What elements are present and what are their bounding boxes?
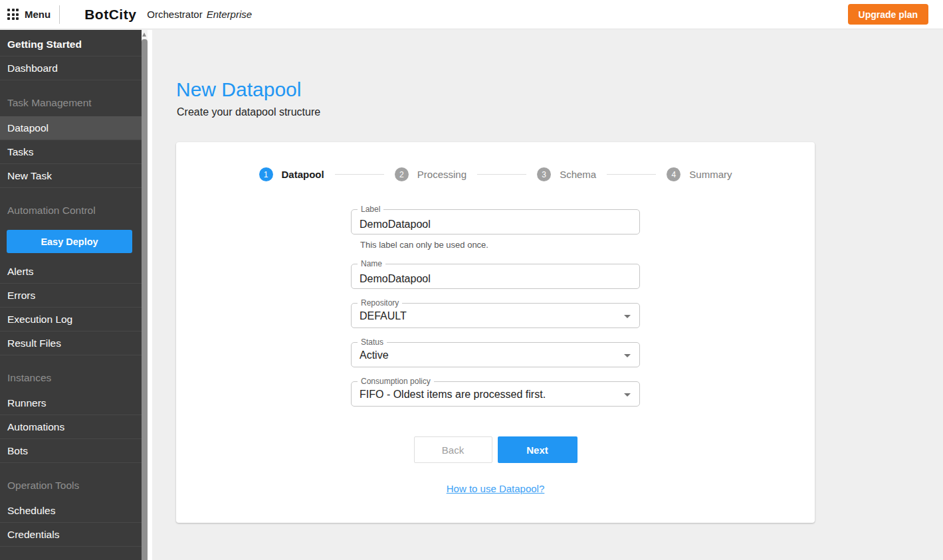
- stepper-connector: [335, 174, 384, 175]
- dropdown-arrow-icon: [624, 315, 631, 318]
- name-field: Name: [351, 264, 640, 289]
- step-number-badge: 1: [259, 167, 273, 181]
- next-button[interactable]: Next: [498, 436, 577, 463]
- sidebar-section-automation-control: Automation Control: [0, 188, 142, 224]
- sidebar: Getting Started Dashboard Task Managemen…: [0, 30, 152, 560]
- dropdown-arrow-icon: [624, 393, 631, 397]
- sidebar-item-getting-started[interactable]: Getting Started: [0, 33, 142, 56]
- label-input[interactable]: [352, 210, 639, 234]
- sidebar-section-task-management: Task Management: [0, 80, 142, 116]
- sidebar-section-instances: Instances: [0, 355, 142, 391]
- menu-label: Menu: [25, 9, 51, 20]
- scrollbar-thumb[interactable]: [142, 39, 148, 560]
- apps-grid-icon: [7, 9, 19, 20]
- sidebar-nav: Getting Started Dashboard Task Managemen…: [0, 30, 142, 560]
- sidebar-item-datapool[interactable]: Datapool: [0, 116, 142, 140]
- status-select[interactable]: Status Active: [351, 342, 640, 367]
- label-field-label: Label: [358, 205, 383, 214]
- step-label: Summary: [689, 169, 732, 180]
- sidebar-item-automations[interactable]: Automations: [0, 415, 142, 439]
- label-field: Label: [351, 209, 640, 234]
- main-content: New Datapool Create your datapool struct…: [152, 30, 943, 560]
- wizard-stepper: 1 Datapool 2 Processing 3 Schema 4 Summa…: [259, 167, 732, 181]
- sidebar-item-runners[interactable]: Runners: [0, 391, 142, 415]
- sidebar-item-new-task[interactable]: New Task: [0, 164, 142, 188]
- step-number-badge: 3: [537, 167, 551, 181]
- page-subtitle: Create your datapool structure: [177, 106, 943, 118]
- sidebar-item-dashboard[interactable]: Dashboard: [0, 56, 142, 80]
- status-field-label: Status: [358, 337, 387, 347]
- how-to-use-datapool-link[interactable]: How to use Datapool?: [447, 483, 545, 494]
- sidebar-section-operation-tools: Operation Tools: [0, 463, 142, 499]
- scrollbar-up-icon[interactable]: [142, 33, 146, 37]
- sidebar-item-result-files[interactable]: Result Files: [0, 331, 142, 355]
- stepper-connector: [607, 174, 656, 175]
- header-divider: [59, 5, 60, 24]
- easy-deploy-button[interactable]: Easy Deploy: [7, 230, 132, 253]
- wizard-buttons: Back Next: [176, 436, 815, 463]
- stepper-connector: [477, 174, 526, 175]
- datapool-form: Label This label can only be used once. …: [351, 209, 640, 407]
- name-field-label: Name: [358, 259, 385, 268]
- page-title: New Datapool: [176, 78, 943, 101]
- product-name: Orchestrator: [147, 9, 202, 20]
- label-helper-text: This label can only be used once.: [360, 240, 640, 250]
- back-button[interactable]: Back: [414, 436, 492, 463]
- dropdown-arrow-icon: [624, 354, 631, 357]
- menu-button[interactable]: Menu: [7, 9, 51, 20]
- consumption-policy-field-label: Consumption policy: [358, 377, 434, 386]
- sidebar-scrollbar[interactable]: [142, 30, 148, 560]
- step-number-badge: 4: [667, 167, 681, 181]
- stepper-step-datapool[interactable]: 1 Datapool: [259, 167, 324, 181]
- edition-label: Enterprise: [207, 9, 252, 20]
- step-number-badge: 2: [395, 167, 409, 181]
- consumption-policy-select[interactable]: Consumption policy FIFO - Oldest items a…: [351, 381, 640, 407]
- sidebar-item-schedules[interactable]: Schedules: [0, 499, 142, 523]
- sidebar-item-alerts[interactable]: Alerts: [0, 260, 142, 284]
- stepper-step-processing[interactable]: 2 Processing: [395, 167, 467, 181]
- easy-deploy-wrap: Easy Deploy: [0, 224, 142, 260]
- help-row: How to use Datapool?: [176, 483, 815, 495]
- top-header: Menu BotCity Orchestrator Enterprise Upg…: [0, 0, 943, 29]
- status-value: Active: [352, 343, 639, 361]
- botcity-logo[interactable]: BotCity: [84, 7, 136, 23]
- repository-select[interactable]: Repository DEFAULT: [351, 303, 640, 328]
- stepper-step-summary[interactable]: 4 Summary: [667, 167, 732, 181]
- sidebar-item-bots[interactable]: Bots: [0, 439, 142, 463]
- sidebar-item-tasks[interactable]: Tasks: [0, 140, 142, 164]
- step-label: Datapool: [282, 169, 324, 180]
- name-input[interactable]: [352, 264, 639, 288]
- datapool-wizard-card: 1 Datapool 2 Processing 3 Schema 4 Summa…: [176, 142, 815, 523]
- sidebar-item-credentials[interactable]: Credentials: [0, 523, 142, 547]
- sidebar-item-errors[interactable]: Errors: [0, 284, 142, 308]
- repository-field-label: Repository: [358, 298, 402, 308]
- sidebar-item-execution-log[interactable]: Execution Log: [0, 308, 142, 331]
- upgrade-plan-button[interactable]: Upgrade plan: [848, 4, 928, 25]
- step-label: Processing: [417, 169, 467, 180]
- step-label: Schema: [560, 169, 596, 180]
- stepper-step-schema[interactable]: 3 Schema: [537, 167, 596, 181]
